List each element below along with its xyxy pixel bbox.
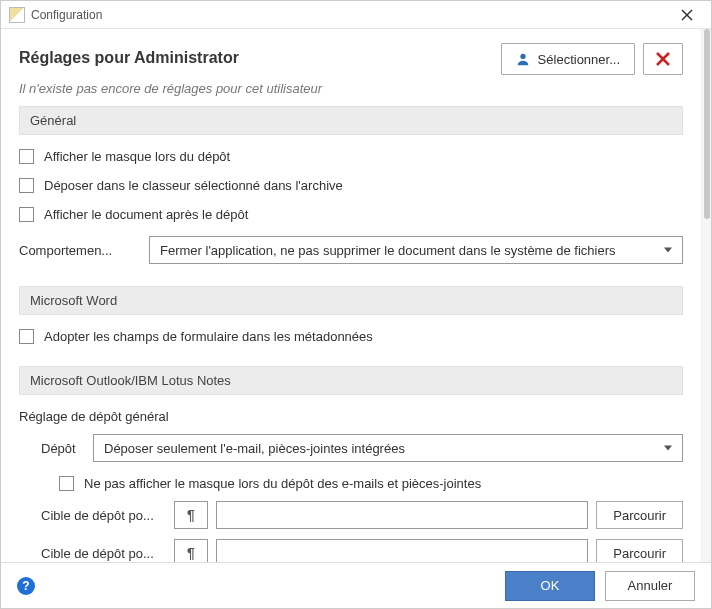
scrollbar-thumb[interactable]	[704, 29, 710, 219]
target-input-1[interactable]	[216, 501, 588, 529]
chevron-down-icon	[664, 446, 672, 451]
config-window: Configuration Réglages pour Administrato…	[0, 0, 712, 609]
svg-point-2	[520, 54, 525, 59]
row-adopt-fields: Adopter les champs de formulaire dans le…	[19, 329, 683, 344]
row-behavior: Comportemen... Fermer l'application, ne …	[19, 236, 683, 264]
x-icon	[655, 51, 671, 67]
footer: ? OK Annuler	[1, 562, 711, 608]
section-word: Microsoft Word	[19, 286, 683, 315]
window-title: Configuration	[31, 8, 671, 22]
row-no-mask-email: Ne pas afficher le masque lors du dépôt …	[59, 476, 683, 491]
deposit-value: Déposer seulement l'e-mail, pièces-joint…	[104, 441, 405, 456]
close-icon	[681, 9, 693, 21]
row-show-doc-after: Afficher le document après le dépôt	[19, 207, 683, 222]
header-buttons: Sélectionner...	[501, 43, 683, 75]
scroll-content: Réglages pour Administrator Sélectionner…	[1, 29, 701, 562]
target-row-1: Cible de dépôt po... ¶ Parcourir	[41, 501, 683, 529]
row-deposit: Dépôt Déposer seulement l'e-mail, pièces…	[41, 434, 683, 462]
behavior-select[interactable]: Fermer l'application, ne pas supprimer l…	[149, 236, 683, 264]
content-area: Réglages pour Administrator Sélectionner…	[1, 29, 711, 562]
label-adopt-fields: Adopter les champs de formulaire dans le…	[44, 329, 373, 344]
deposit-select[interactable]: Déposer seulement l'e-mail, pièces-joint…	[93, 434, 683, 462]
target-marker-2[interactable]: ¶	[174, 539, 208, 562]
row-deposit-selected: Déposer dans le classeur sélectionné dan…	[19, 178, 683, 193]
target-label-2: Cible de dépôt po...	[41, 546, 166, 561]
checkbox-deposit-selected[interactable]	[19, 178, 34, 193]
label-deposit-selected: Déposer dans le classeur sélectionné dan…	[44, 178, 343, 193]
pilcrow-icon: ¶	[187, 545, 195, 561]
no-settings-notice: Il n'existe pas encore de réglages pour …	[19, 81, 683, 96]
cancel-button[interactable]: Annuler	[605, 571, 695, 601]
outlook-general-label: Réglage de dépôt général	[19, 409, 683, 424]
label-no-mask-email: Ne pas afficher le masque lors du dépôt …	[84, 476, 481, 491]
label-show-doc-after: Afficher le document après le dépôt	[44, 207, 248, 222]
target-input-2[interactable]	[216, 539, 588, 562]
help-button[interactable]: ?	[17, 577, 35, 595]
vertical-scrollbar[interactable]	[701, 29, 711, 562]
browse-button-2[interactable]: Parcourir	[596, 539, 683, 562]
checkbox-no-mask-email[interactable]	[59, 476, 74, 491]
delete-button[interactable]	[643, 43, 683, 75]
chevron-down-icon	[664, 248, 672, 253]
target-label-1: Cible de dépôt po...	[41, 508, 166, 523]
app-icon	[9, 7, 25, 23]
pilcrow-icon: ¶	[187, 507, 195, 523]
window-close-button[interactable]	[671, 3, 703, 27]
user-icon	[516, 52, 530, 66]
checkbox-adopt-fields[interactable]	[19, 329, 34, 344]
checkbox-show-mask[interactable]	[19, 149, 34, 164]
select-user-button[interactable]: Sélectionner...	[501, 43, 635, 75]
row-show-mask: Afficher le masque lors du dépôt	[19, 149, 683, 164]
checkbox-show-doc-after[interactable]	[19, 207, 34, 222]
target-marker-1[interactable]: ¶	[174, 501, 208, 529]
page-title: Réglages pour Administrator	[19, 43, 239, 67]
titlebar: Configuration	[1, 1, 711, 29]
label-show-mask: Afficher le masque lors du dépôt	[44, 149, 230, 164]
behavior-label: Comportemen...	[19, 243, 139, 258]
behavior-value: Fermer l'application, ne pas supprimer l…	[160, 243, 616, 258]
section-outlook: Microsoft Outlook/IBM Lotus Notes	[19, 366, 683, 395]
target-row-2: Cible de dépôt po... ¶ Parcourir	[41, 539, 683, 562]
browse-button-1[interactable]: Parcourir	[596, 501, 683, 529]
deposit-label: Dépôt	[41, 441, 83, 456]
header-row: Réglages pour Administrator Sélectionner…	[19, 43, 683, 75]
select-user-label: Sélectionner...	[538, 52, 620, 67]
section-general: Général	[19, 106, 683, 135]
ok-button[interactable]: OK	[505, 571, 595, 601]
